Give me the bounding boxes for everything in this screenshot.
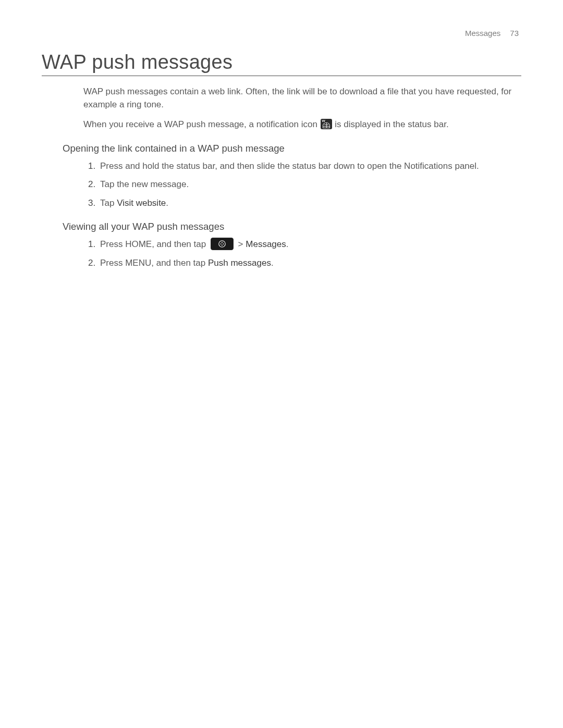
svg-point-0 bbox=[219, 241, 225, 247]
step-open-3: Tap Visit website. bbox=[98, 196, 521, 210]
step-view-1: Press HOME, and then tap > Messages. bbox=[98, 238, 521, 251]
subheading-opening-link: Opening the link contained in a WAP push… bbox=[63, 143, 521, 154]
intro-p2-before: When you receive a WAP push message, a n… bbox=[83, 119, 320, 129]
intro-p2-after: is displayed in the status bar. bbox=[335, 119, 448, 129]
step-view-2: Press MENU, and then tap Push messages. bbox=[98, 256, 521, 270]
svg-marker-1 bbox=[221, 242, 224, 246]
step-view-2-after: . bbox=[271, 258, 274, 268]
step-view-1-bold: Messages bbox=[246, 239, 286, 249]
step-open-3-before: Tap bbox=[100, 198, 117, 208]
step-view-1-after: . bbox=[286, 239, 289, 249]
step-open-2: Tap the new message. bbox=[98, 178, 521, 191]
page-header: Messages 73 bbox=[42, 29, 521, 38]
intro-paragraph-2: When you receive a WAP push message, a n… bbox=[83, 118, 521, 131]
step-open-1: Press and hold the status bar, and then … bbox=[98, 159, 521, 173]
header-section-label: Messages bbox=[465, 29, 500, 38]
document-page: Messages 73 WAP push messages WAP push m… bbox=[0, 0, 563, 728]
step-view-2-bold: Push messages bbox=[208, 258, 271, 268]
page-title: WAP push messages bbox=[42, 51, 521, 76]
step-open-3-after: . bbox=[166, 198, 168, 208]
subheading-viewing-all: Viewing all your WAP push messages bbox=[63, 221, 521, 232]
step-open-3-bold: Visit website bbox=[117, 198, 166, 208]
step-view-1-mid: > bbox=[236, 239, 246, 249]
step-view-2-before: Press MENU, and then tap bbox=[100, 258, 208, 268]
step-view-1-before: Press HOME, and then tap bbox=[100, 239, 209, 249]
wap-notification-icon bbox=[321, 119, 332, 129]
all-apps-icon bbox=[211, 238, 234, 250]
intro-paragraph-1: WAP push messages contain a web link. Of… bbox=[83, 85, 521, 111]
intro-block: WAP push messages contain a web link. Of… bbox=[83, 85, 521, 131]
steps-viewing-all: Press HOME, and then tap > Messages. Pre… bbox=[83, 238, 521, 269]
header-page-number: 73 bbox=[510, 29, 519, 38]
steps-opening-link: Press and hold the status bar, and then … bbox=[83, 159, 521, 210]
